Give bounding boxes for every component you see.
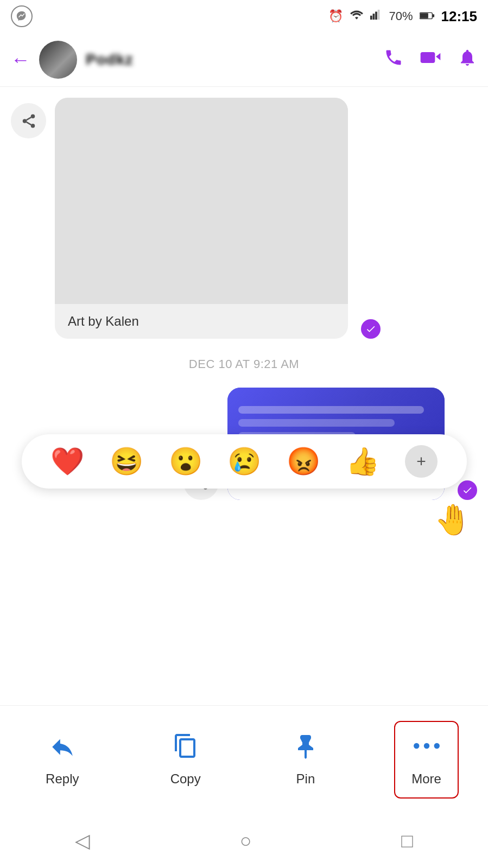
status-bar-left bbox=[11, 5, 33, 27]
reply-icon bbox=[49, 733, 76, 765]
received-caption: Art by Kalen bbox=[55, 304, 348, 339]
received-message-row: Art by Kalen bbox=[0, 87, 488, 344]
header-icons bbox=[384, 48, 477, 72]
reaction-heart[interactable]: ❤️ bbox=[50, 446, 84, 477]
reaction-more-button[interactable]: + bbox=[405, 445, 438, 478]
nav-home-icon[interactable]: ○ bbox=[240, 829, 252, 852]
action-bar: Reply Copy Pin More bbox=[0, 705, 488, 814]
reaction-thumbs-up[interactable]: 👍 bbox=[346, 446, 379, 477]
plus-icon: + bbox=[416, 452, 426, 471]
copy-icon bbox=[172, 733, 199, 765]
more-icon bbox=[413, 733, 440, 765]
reply-label: Reply bbox=[46, 771, 79, 787]
copy-action[interactable]: Copy bbox=[154, 722, 217, 797]
reaction-angry[interactable]: 😡 bbox=[287, 446, 320, 477]
svg-point-7 bbox=[30, 114, 35, 118]
messenger-icon bbox=[11, 5, 33, 27]
pin-icon bbox=[292, 733, 319, 765]
date-divider: DEC 10 AT 9:21 AM bbox=[0, 344, 488, 382]
reaction-sad[interactable]: 😢 bbox=[227, 446, 261, 477]
svg-rect-6 bbox=[432, 14, 434, 17]
contact-name[interactable]: Podkz bbox=[86, 51, 375, 68]
battery-percentage: 70% bbox=[389, 9, 413, 23]
status-time: 12:15 bbox=[441, 8, 478, 25]
waving-hand-emoji: 🤚 bbox=[434, 502, 472, 537]
reaction-wow[interactable]: 😮 bbox=[169, 446, 202, 477]
status-bar: ⏰ 70% 12:15 bbox=[0, 0, 488, 33]
svg-point-19 bbox=[434, 743, 439, 749]
svg-point-17 bbox=[414, 743, 419, 749]
battery-icon bbox=[420, 9, 435, 23]
svg-line-11 bbox=[26, 117, 31, 120]
svg-line-10 bbox=[26, 122, 31, 124]
pin-label: Pin bbox=[296, 771, 315, 787]
alarm-icon: ⏰ bbox=[328, 9, 343, 23]
read-receipt-2 bbox=[458, 480, 477, 500]
back-button[interactable]: ← bbox=[11, 48, 30, 71]
reply-action[interactable]: Reply bbox=[29, 722, 95, 797]
svg-point-9 bbox=[30, 124, 35, 128]
nav-recents-icon[interactable]: □ bbox=[401, 829, 413, 852]
svg-rect-5 bbox=[420, 13, 428, 18]
wifi-icon bbox=[350, 9, 364, 23]
signal-icon bbox=[370, 9, 382, 23]
read-receipt bbox=[361, 319, 381, 339]
svg-rect-2 bbox=[376, 12, 378, 20]
nav-back-icon[interactable]: ◁ bbox=[75, 829, 90, 852]
received-image bbox=[55, 98, 348, 304]
reaction-laugh[interactable]: 😆 bbox=[110, 446, 143, 477]
copy-label: Copy bbox=[170, 771, 201, 787]
pin-action[interactable]: Pin bbox=[276, 722, 335, 797]
phone-icon[interactable] bbox=[384, 48, 403, 72]
more-label: More bbox=[411, 771, 441, 787]
chat-area: Art by Kalen DEC 10 AT 9:21 AM bbox=[0, 87, 488, 657]
more-action[interactable]: More bbox=[394, 721, 459, 799]
reaction-bar: ❤️ 😆 😮 😢 😡 👍 + bbox=[22, 434, 467, 489]
received-bubble: Art by Kalen bbox=[55, 98, 348, 339]
svg-point-8 bbox=[22, 119, 27, 123]
avatar-image bbox=[39, 41, 77, 79]
status-bar-right: ⏰ 70% 12:15 bbox=[328, 8, 477, 25]
svg-point-18 bbox=[423, 743, 429, 749]
nav-bar: ◁ ○ □ bbox=[0, 814, 488, 868]
svg-rect-1 bbox=[373, 14, 375, 20]
bell-icon[interactable] bbox=[458, 48, 477, 72]
share-button-1[interactable] bbox=[11, 103, 46, 138]
video-icon[interactable] bbox=[420, 49, 441, 70]
svg-rect-0 bbox=[370, 16, 372, 20]
svg-rect-3 bbox=[378, 10, 380, 20]
avatar[interactable] bbox=[39, 41, 77, 79]
header: ← Podkz bbox=[0, 33, 488, 87]
